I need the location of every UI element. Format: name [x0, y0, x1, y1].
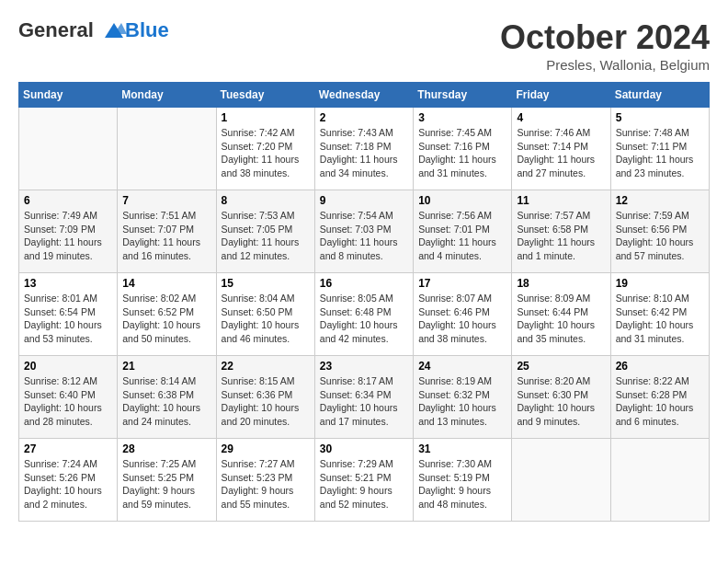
day-number: 31 — [418, 442, 506, 455]
day-info: Sunrise: 7:49 AMSunset: 7:09 PMDaylight:… — [24, 209, 112, 263]
day-number: 6 — [24, 194, 112, 207]
day-info: Sunrise: 7:54 AMSunset: 7:03 PMDaylight:… — [320, 209, 408, 263]
calendar-cell: 8Sunrise: 7:53 AMSunset: 7:05 PMDaylight… — [216, 190, 314, 273]
calendar-cell: 23Sunrise: 8:17 AMSunset: 6:34 PMDayligh… — [314, 356, 413, 439]
day-info: Sunrise: 8:02 AMSunset: 6:52 PMDaylight:… — [122, 292, 210, 346]
calendar-table: SundayMondayTuesdayWednesdayThursdayFrid… — [18, 82, 710, 522]
day-number: 28 — [122, 442, 210, 455]
logo-blue-text: Blue — [125, 18, 169, 41]
calendar-cell: 19Sunrise: 8:10 AMSunset: 6:42 PMDayligh… — [610, 273, 709, 356]
day-number: 3 — [418, 111, 506, 124]
page-header: General Blue October 2024 Presles, Wallo… — [18, 18, 710, 73]
calendar-cell: 3Sunrise: 7:45 AMSunset: 7:16 PMDaylight… — [414, 108, 512, 190]
calendar-cell: 29Sunrise: 7:27 AMSunset: 5:23 PMDayligh… — [216, 439, 314, 522]
day-number: 22 — [222, 360, 310, 373]
day-number: 17 — [418, 277, 506, 290]
day-info: Sunrise: 7:43 AMSunset: 7:18 PMDaylight:… — [320, 126, 408, 180]
day-number: 7 — [122, 194, 210, 207]
day-info: Sunrise: 7:46 AMSunset: 7:14 PMDaylight:… — [517, 126, 605, 180]
day-info: Sunrise: 7:25 AMSunset: 5:25 PMDaylight:… — [122, 457, 210, 511]
day-info: Sunrise: 7:45 AMSunset: 7:16 PMDaylight:… — [418, 126, 506, 180]
day-info: Sunrise: 8:20 AMSunset: 6:30 PMDaylight:… — [517, 374, 605, 429]
calendar-cell: 22Sunrise: 8:15 AMSunset: 6:36 PMDayligh… — [216, 356, 314, 439]
calendar-cell: 14Sunrise: 8:02 AMSunset: 6:52 PMDayligh… — [118, 273, 216, 356]
day-number: 15 — [222, 277, 310, 290]
day-number: 5 — [616, 111, 704, 124]
header-sunday: Sunday — [19, 83, 118, 108]
calendar-cell: 7Sunrise: 7:51 AMSunset: 7:07 PMDaylight… — [118, 190, 216, 273]
calendar-week-4: 20Sunrise: 8:12 AMSunset: 6:40 PMDayligh… — [19, 356, 710, 439]
day-info: Sunrise: 7:24 AMSunset: 5:26 PMDaylight:… — [24, 457, 112, 511]
calendar-cell: 18Sunrise: 8:09 AMSunset: 6:44 PMDayligh… — [512, 273, 610, 356]
calendar-cell: 21Sunrise: 8:14 AMSunset: 6:38 PMDayligh… — [118, 356, 216, 439]
calendar-cell: 4Sunrise: 7:46 AMSunset: 7:14 PMDaylight… — [512, 108, 610, 190]
day-info: Sunrise: 7:57 AMSunset: 6:58 PMDaylight:… — [517, 209, 605, 263]
day-info: Sunrise: 7:56 AMSunset: 7:01 PMDaylight:… — [418, 209, 506, 263]
day-number: 18 — [517, 277, 605, 290]
day-number: 27 — [24, 442, 112, 455]
calendar-cell: 31Sunrise: 7:30 AMSunset: 5:19 PMDayligh… — [414, 439, 512, 522]
day-info: Sunrise: 8:14 AMSunset: 6:38 PMDaylight:… — [122, 374, 210, 429]
calendar-cell: 28Sunrise: 7:25 AMSunset: 5:25 PMDayligh… — [118, 439, 216, 522]
day-number: 1 — [222, 111, 310, 124]
calendar-cell: 12Sunrise: 7:59 AMSunset: 6:56 PMDayligh… — [610, 190, 709, 273]
calendar-cell: 2Sunrise: 7:43 AMSunset: 7:18 PMDaylight… — [314, 108, 413, 190]
calendar-cell — [118, 108, 216, 190]
calendar-week-5: 27Sunrise: 7:24 AMSunset: 5:26 PMDayligh… — [19, 439, 710, 522]
day-number: 10 — [418, 194, 506, 207]
calendar-cell: 10Sunrise: 7:56 AMSunset: 7:01 PMDayligh… — [414, 190, 512, 273]
day-number: 9 — [320, 194, 408, 207]
calendar-cell: 1Sunrise: 7:42 AMSunset: 7:20 PMDaylight… — [216, 108, 314, 190]
calendar-cell — [19, 108, 118, 190]
day-number: 2 — [320, 111, 408, 124]
day-number: 16 — [320, 277, 408, 290]
day-info: Sunrise: 7:59 AMSunset: 6:56 PMDaylight:… — [616, 209, 704, 263]
day-info: Sunrise: 8:12 AMSunset: 6:40 PMDaylight:… — [24, 374, 112, 429]
day-number: 14 — [122, 277, 210, 290]
day-info: Sunrise: 8:22 AMSunset: 6:28 PMDaylight:… — [616, 374, 704, 429]
calendar-week-2: 6Sunrise: 7:49 AMSunset: 7:09 PMDaylight… — [19, 190, 710, 273]
calendar-cell — [512, 439, 610, 522]
day-info: Sunrise: 8:10 AMSunset: 6:42 PMDaylight:… — [616, 292, 704, 346]
day-info: Sunrise: 8:19 AMSunset: 6:32 PMDaylight:… — [418, 374, 506, 429]
day-info: Sunrise: 8:09 AMSunset: 6:44 PMDaylight:… — [517, 292, 605, 346]
day-info: Sunrise: 8:07 AMSunset: 6:46 PMDaylight:… — [418, 292, 506, 346]
day-info: Sunrise: 8:04 AMSunset: 6:50 PMDaylight:… — [222, 292, 310, 346]
day-info: Sunrise: 8:05 AMSunset: 6:48 PMDaylight:… — [320, 292, 408, 346]
header-saturday: Saturday — [610, 83, 709, 108]
day-number: 25 — [517, 360, 605, 373]
day-number: 19 — [616, 277, 704, 290]
day-info: Sunrise: 8:01 AMSunset: 6:54 PMDaylight:… — [24, 292, 112, 346]
header-tuesday: Tuesday — [216, 83, 314, 108]
month-title: October 2024 — [500, 18, 710, 57]
day-info: Sunrise: 7:29 AMSunset: 5:21 PMDaylight:… — [320, 457, 408, 511]
day-number: 23 — [320, 360, 408, 373]
day-info: Sunrise: 7:53 AMSunset: 7:05 PMDaylight:… — [222, 209, 310, 263]
day-number: 26 — [616, 360, 704, 373]
logo: General Blue — [18, 18, 169, 41]
day-number: 30 — [320, 442, 408, 455]
calendar-cell: 16Sunrise: 8:05 AMSunset: 6:48 PMDayligh… — [314, 273, 413, 356]
calendar-cell — [610, 439, 709, 522]
calendar-cell: 5Sunrise: 7:48 AMSunset: 7:11 PMDaylight… — [610, 108, 709, 190]
logo-text: General — [18, 18, 127, 41]
day-number: 11 — [517, 194, 605, 207]
day-number: 21 — [122, 360, 210, 373]
day-number: 12 — [616, 194, 704, 207]
day-info: Sunrise: 7:30 AMSunset: 5:19 PMDaylight:… — [418, 457, 506, 511]
header-wednesday: Wednesday — [314, 83, 413, 108]
calendar-cell: 17Sunrise: 8:07 AMSunset: 6:46 PMDayligh… — [414, 273, 512, 356]
calendar-cell: 20Sunrise: 8:12 AMSunset: 6:40 PMDayligh… — [19, 356, 118, 439]
calendar-cell: 26Sunrise: 8:22 AMSunset: 6:28 PMDayligh… — [610, 356, 709, 439]
calendar-week-3: 13Sunrise: 8:01 AMSunset: 6:54 PMDayligh… — [19, 273, 710, 356]
calendar-cell: 9Sunrise: 7:54 AMSunset: 7:03 PMDaylight… — [314, 190, 413, 273]
calendar-cell: 25Sunrise: 8:20 AMSunset: 6:30 PMDayligh… — [512, 356, 610, 439]
header-thursday: Thursday — [414, 83, 512, 108]
title-area: October 2024 Presles, Wallonia, Belgium — [500, 18, 710, 73]
day-number: 8 — [222, 194, 310, 207]
calendar-week-1: 1Sunrise: 7:42 AMSunset: 7:20 PMDaylight… — [19, 108, 710, 190]
day-info: Sunrise: 7:42 AMSunset: 7:20 PMDaylight:… — [222, 126, 310, 180]
day-number: 4 — [517, 111, 605, 124]
day-info: Sunrise: 7:51 AMSunset: 7:07 PMDaylight:… — [122, 209, 210, 263]
location-subtitle: Presles, Wallonia, Belgium — [500, 57, 710, 73]
